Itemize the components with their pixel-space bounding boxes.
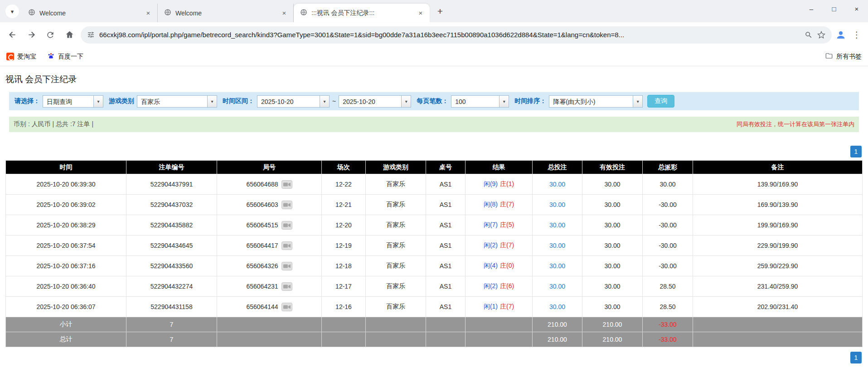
forward-button[interactable]: [24, 27, 39, 43]
zoom-icon[interactable]: [805, 31, 813, 39]
browser-tab-2[interactable]: Welcome ×: [158, 4, 294, 22]
total-bet-link[interactable]: 30.00: [549, 181, 565, 188]
tab-close-icon[interactable]: ×: [416, 9, 425, 18]
bookmark-baidu[interactable]: 百度一下: [47, 52, 83, 61]
result-player: 闲(9): [484, 180, 498, 187]
cell-session: 12-17: [322, 276, 366, 297]
total-bet-link[interactable]: 30.00: [549, 303, 565, 310]
chevron-down-icon[interactable]: ▾: [401, 96, 411, 107]
per-page-label: 每页笔数：: [417, 97, 448, 105]
date-to-value: 2025-10-20: [339, 96, 401, 107]
page-number-button[interactable]: 1: [850, 146, 862, 157]
cell-bet-id: 522904435882: [126, 215, 217, 236]
total-bet-link[interactable]: 30.00: [549, 242, 565, 249]
page-number-button[interactable]: 1: [850, 352, 862, 363]
video-replay-icon[interactable]: [281, 241, 292, 250]
browser-tab-active[interactable]: :::视讯 会员下注纪录::: ×: [294, 4, 430, 22]
tab-search-button[interactable]: ▾: [5, 5, 19, 18]
cell-total-bet: 30.00: [533, 215, 582, 236]
home-button[interactable]: [62, 27, 77, 43]
video-replay-icon[interactable]: [281, 262, 292, 270]
refresh-button[interactable]: [43, 27, 58, 43]
bookmark-taobao[interactable]: 爱淘宝: [6, 53, 36, 61]
cell-payout: -30.00: [643, 195, 693, 215]
date-range-label: 时间区间：: [223, 97, 254, 105]
cell-time: 2025-10-20 06:37:54: [6, 236, 126, 256]
cell-table-no: AS1: [426, 215, 466, 236]
col-table-no: 桌号: [426, 161, 466, 174]
cell-session: 12-19: [322, 236, 366, 256]
pagination-top: 1: [6, 146, 862, 157]
chevron-down-icon[interactable]: ▾: [207, 96, 217, 107]
col-note: 备注: [693, 161, 863, 174]
cell-round: 656064326: [217, 256, 322, 276]
subtotal-payout: -33.00: [643, 317, 693, 332]
cell-time: 2025-10-20 06:38:29: [6, 215, 126, 236]
chevron-down-icon[interactable]: ▾: [93, 96, 103, 107]
result-player: 闲(8): [484, 201, 498, 208]
cell-note: 199.90/169.90: [693, 215, 863, 236]
chevron-down-icon[interactable]: ▾: [499, 96, 509, 107]
cell-session: 12-22: [322, 174, 366, 195]
cell-valid-bet: 30.00: [582, 174, 643, 195]
game-type-select[interactable]: 百家乐 ▾: [137, 95, 217, 108]
date-from-select[interactable]: 2025-10-20 ▾: [257, 95, 330, 108]
query-type-select[interactable]: 日期查询 ▾: [43, 95, 103, 108]
address-bar[interactable]: 66cxkj98.com/ipl/portal.php/game/betreco…: [81, 26, 832, 44]
url-text[interactable]: 66cxkj98.com/ipl/portal.php/game/betreco…: [99, 31, 800, 39]
video-replay-icon[interactable]: [281, 180, 292, 189]
result-player: 闲(1): [484, 303, 498, 310]
video-replay-icon[interactable]: [281, 201, 292, 209]
window-close-button[interactable]: ×: [845, 0, 868, 17]
sort-select[interactable]: 降幂(由大到小) ▾: [549, 95, 643, 108]
total-bet-link[interactable]: 30.00: [549, 201, 565, 208]
site-info-icon[interactable]: [87, 31, 95, 39]
sort-label: 时间排序：: [514, 97, 546, 105]
window-controls: – □ ×: [800, 0, 868, 17]
result-banker: 庄(1): [500, 180, 514, 187]
round-note: 同局有效投注，统一计算在该局第一张注单内: [737, 120, 854, 128]
baidu-paw-icon: [47, 52, 55, 61]
browser-menu-icon[interactable]: ⋮: [850, 29, 863, 40]
cell-game: 百家乐: [366, 297, 426, 317]
total-bet-link[interactable]: 30.00: [549, 262, 565, 270]
tab-title: Welcome: [175, 10, 276, 17]
tab-close-icon[interactable]: ×: [144, 9, 153, 18]
bookmark-label: 爱淘宝: [17, 53, 36, 61]
chevron-down-icon[interactable]: ▾: [320, 96, 329, 107]
cell-result: 闲(4)庄(0): [466, 256, 533, 276]
minimize-button[interactable]: –: [800, 0, 823, 17]
cell-game: 百家乐: [366, 236, 426, 256]
cell-note: 139.90/169.90: [693, 174, 863, 195]
col-round: 局号: [217, 161, 322, 174]
bookmark-star-icon[interactable]: [817, 31, 825, 39]
cell-valid-bet: 30.00: [582, 256, 643, 276]
folder-icon: [825, 52, 833, 61]
bet-records-table: 时间 注单编号 局号 场次 游戏类别 桌号 结果 总投注 有效投注 总派彩 备注…: [5, 160, 863, 347]
all-bookmarks[interactable]: 所有书签: [825, 52, 862, 61]
cell-game: 百家乐: [366, 256, 426, 276]
total-bet-link[interactable]: 30.00: [549, 283, 565, 290]
cell-result: 闲(9)庄(1): [466, 174, 533, 195]
date-to-select[interactable]: 2025-10-20 ▾: [339, 95, 411, 108]
maximize-button[interactable]: □: [823, 0, 845, 17]
profile-avatar-icon[interactable]: [835, 29, 846, 40]
per-page-select[interactable]: 100 ▾: [451, 95, 509, 108]
new-tab-button[interactable]: +: [432, 4, 448, 19]
table-row: 2025-10-20 06:37:54 522904434645 6560644…: [6, 236, 863, 256]
cell-round: 656064603: [217, 195, 322, 215]
video-replay-icon[interactable]: [281, 303, 292, 311]
tab-title: Welcome: [39, 10, 140, 17]
total-bet-link[interactable]: 30.00: [549, 221, 565, 229]
search-button[interactable]: 查询: [647, 95, 674, 108]
col-game: 游戏类别: [366, 161, 426, 174]
tab-close-icon[interactable]: ×: [280, 9, 289, 18]
col-result: 结果: [466, 161, 533, 174]
cell-result: 闲(7)庄(5): [466, 215, 533, 236]
back-button[interactable]: [5, 27, 20, 43]
chevron-down-icon[interactable]: ▾: [633, 96, 642, 107]
video-replay-icon[interactable]: [281, 221, 292, 230]
date-range-separator: ~: [332, 98, 336, 105]
video-replay-icon[interactable]: [281, 282, 292, 291]
browser-tab-1[interactable]: Welcome ×: [22, 4, 158, 22]
